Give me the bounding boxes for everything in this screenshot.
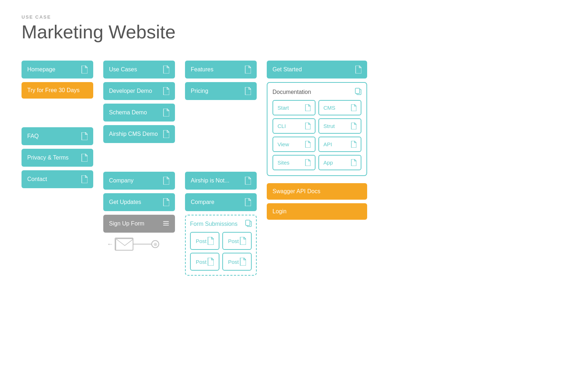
compare-node[interactable]: Compare: [185, 193, 257, 211]
file-icon: [81, 154, 87, 162]
column-1: Homepage Try for Free 30 Days FAQ Privac…: [22, 61, 93, 188]
file-icon: [207, 258, 214, 266]
file-icon: [163, 198, 169, 206]
file-icon: [355, 66, 361, 73]
use-cases-node[interactable]: Use Cases: [103, 61, 175, 79]
post-item-4[interactable]: Post: [222, 253, 252, 271]
file-icon: [207, 237, 214, 245]
get-started-node[interactable]: Get Started: [267, 61, 367, 79]
doc-sites[interactable]: Sites: [272, 155, 316, 170]
column-2: Use Cases Developer Demo Schema Demo Air…: [103, 61, 175, 251]
post-item-1[interactable]: Post: [190, 232, 219, 250]
file-icon: [245, 87, 251, 95]
post-item-3[interactable]: Post: [190, 253, 219, 271]
login-node[interactable]: Login: [267, 203, 367, 220]
documentation-title: Documentation: [272, 88, 361, 96]
arrow-left-icon: ←: [107, 241, 113, 248]
column-4: Get Started Documentation Start: [267, 61, 367, 220]
spacer: [185, 104, 257, 168]
file-icon: [245, 177, 251, 185]
features-node[interactable]: Features: [185, 61, 257, 79]
file-icon: [163, 130, 169, 138]
copy-icon: [355, 88, 361, 96]
spacer: [22, 102, 93, 124]
file-icon: [81, 175, 87, 183]
file-icon: [245, 66, 251, 73]
file-icon: [240, 258, 246, 266]
svg-rect-0: [163, 221, 169, 222]
company-node[interactable]: Company: [103, 172, 175, 190]
diagram: Homepage Try for Free 30 Days FAQ Privac…: [22, 61, 566, 276]
doc-api[interactable]: API: [318, 137, 361, 152]
swagger-api-docs-node[interactable]: Swagger API Docs: [267, 183, 367, 200]
airship-cms-demo-node[interactable]: Airship CMS Demo: [103, 125, 175, 143]
doc-grid: Start CMS CLI Strut View: [272, 100, 361, 170]
homepage-node[interactable]: Homepage: [22, 61, 93, 79]
envelope-icon: [115, 238, 133, 251]
form-submissions-title: Form Submissions: [190, 220, 252, 228]
form-submissions-section: Form Submissions Post Post: [185, 215, 257, 276]
copy-icon: [245, 220, 252, 228]
connector-line: [133, 244, 151, 244]
doc-start[interactable]: Start: [272, 100, 316, 115]
use-case-label: USE CASE: [22, 14, 566, 20]
file-icon: [163, 177, 169, 185]
plug-icon: ⊕: [151, 240, 159, 248]
developer-demo-node[interactable]: Developer Demo: [103, 82, 175, 100]
doc-app[interactable]: App: [318, 155, 361, 170]
file-icon: [81, 66, 87, 73]
airship-is-not-node[interactable]: Airship is Not...: [185, 172, 257, 190]
faq-node[interactable]: FAQ: [22, 127, 93, 145]
spacer: [103, 147, 175, 168]
post-grid: Post Post Post: [190, 232, 252, 271]
doc-cms[interactable]: CMS: [318, 100, 361, 115]
privacy-terms-node[interactable]: Privacy & Terms: [22, 149, 93, 167]
pricing-node[interactable]: Pricing: [185, 82, 257, 100]
doc-cli[interactable]: CLI: [272, 118, 316, 134]
page-title: Marketing Website: [22, 21, 566, 43]
documentation-container: Documentation Start CMS: [267, 82, 367, 176]
list-icon: [163, 220, 169, 228]
envelope-connection: ← ⊕: [103, 238, 175, 251]
get-updates-node[interactable]: Get Updates: [103, 193, 175, 211]
file-icon: [245, 198, 251, 206]
file-icon: [163, 87, 169, 95]
sign-up-form-node[interactable]: Sign Up Form: [103, 215, 175, 233]
doc-view[interactable]: View: [272, 137, 316, 152]
file-icon: [240, 237, 246, 245]
column-3: Features Pricing Airship is Not... Compa…: [185, 61, 257, 276]
svg-rect-7: [355, 88, 360, 94]
svg-rect-5: [246, 220, 250, 225]
svg-rect-2: [163, 225, 169, 225]
file-icon: [81, 132, 87, 140]
contact-node[interactable]: Contact: [22, 170, 93, 188]
post-item-2[interactable]: Post: [222, 232, 252, 250]
file-icon: [163, 66, 169, 73]
doc-strut[interactable]: Strut: [318, 118, 361, 134]
svg-rect-1: [163, 223, 169, 224]
schema-demo-node[interactable]: Schema Demo: [103, 104, 175, 122]
file-icon: [163, 109, 169, 116]
try-free-node[interactable]: Try for Free 30 Days: [22, 82, 93, 99]
